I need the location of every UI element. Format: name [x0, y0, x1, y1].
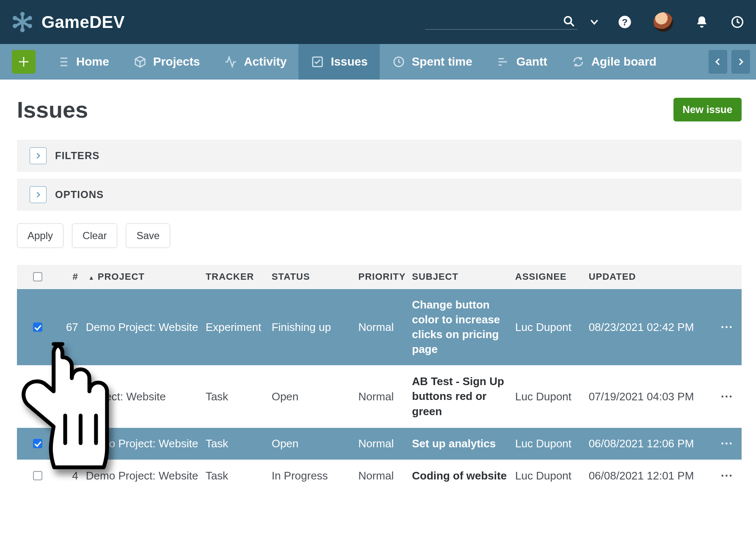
cell-subject[interactable]: AB Test - Sign Up buttons red or green [412, 374, 515, 419]
cell-tracker: Task [206, 390, 272, 403]
main-nav: Home Projects Activity Issues Spent time… [0, 44, 756, 80]
chevron-down-icon[interactable] [588, 15, 601, 29]
cell-project[interactable]: Demo Project: Website [86, 469, 206, 482]
brand[interactable]: GameDEV [12, 11, 125, 33]
col-assignee[interactable]: ASSIGNEE [515, 271, 589, 282]
row-menu-icon[interactable]: ··· [717, 390, 733, 403]
apply-button[interactable]: Apply [17, 223, 63, 248]
svg-point-9 [565, 17, 571, 24]
table-row[interactable]: 6Demo Project: WebsiteTaskOpenNormalSet … [17, 427, 742, 460]
cell-assignee[interactable]: Luc Dupont [515, 437, 589, 450]
table-row[interactable]: 67Demo Project: WebsiteExperimentFinishi… [17, 289, 742, 365]
row-checkbox[interactable] [33, 471, 42, 480]
nav-issues[interactable]: Issues [298, 44, 379, 80]
cell-updated: 06/08/2021 12:01 PM [589, 469, 717, 482]
cell-priority: Normal [358, 390, 412, 403]
help-icon[interactable]: ? [618, 15, 632, 29]
cell-updated: 08/23/2021 02:42 PM [589, 321, 717, 334]
cube-icon [133, 55, 147, 69]
chevron-right-icon[interactable] [30, 147, 47, 164]
cell-tracker: Experiment [206, 321, 272, 334]
nav-spent-time[interactable]: Spent time [380, 44, 484, 80]
cell-id: 67 [50, 321, 86, 334]
table-row[interactable]: Project: WebsiteTaskOpenNormalAB Test - … [17, 365, 742, 427]
row-checkbox[interactable] [33, 392, 42, 401]
cell-priority: Normal [358, 469, 412, 482]
cell-project[interactable]: Demo Project: Website [86, 321, 206, 334]
cell-assignee[interactable]: Luc Dupont [515, 321, 589, 334]
nav-scroll-left[interactable] [709, 50, 727, 74]
new-issue-button[interactable]: New issue [673, 98, 742, 121]
cell-status: Finishing up [272, 321, 359, 334]
col-project[interactable]: ▲ PROJECT [86, 271, 206, 282]
nav-agile-board[interactable]: Agile board [559, 44, 668, 80]
clear-button[interactable]: Clear [72, 223, 117, 248]
row-menu-icon[interactable]: ··· [717, 437, 733, 450]
cell-updated: 07/19/2021 04:03 PM [589, 390, 717, 403]
search-input[interactable] [425, 14, 577, 30]
row-checkbox[interactable] [33, 439, 42, 448]
cell-id: 4 [50, 469, 86, 482]
sort-asc-icon: ▲ [88, 274, 95, 281]
table-row[interactable]: 4Demo Project: WebsiteTaskIn ProgressNor… [17, 460, 742, 492]
cell-priority: Normal [358, 321, 412, 334]
cell-status: In Progress [272, 469, 359, 482]
cell-subject[interactable]: Change button color to increase clicks o… [412, 298, 515, 357]
col-status[interactable]: STATUS [272, 271, 359, 282]
col-subject[interactable]: SUBJECT [412, 271, 515, 282]
avatar[interactable] [654, 12, 673, 32]
save-button[interactable]: Save [126, 223, 170, 248]
row-menu-icon[interactable]: ··· [717, 320, 733, 334]
cycle-icon [571, 55, 585, 69]
cell-project[interactable]: Demo Project: Website [86, 437, 206, 450]
clock-icon [392, 55, 406, 69]
select-all-checkbox[interactable] [33, 272, 42, 281]
main-content: Issues New issue FILTERS OPTIONS Apply C… [0, 80, 756, 492]
filters-panel[interactable]: FILTERS [17, 140, 742, 172]
nav-label: Spent time [412, 55, 472, 69]
clock-icon[interactable] [731, 15, 744, 29]
add-button[interactable] [12, 50, 36, 74]
nav-label: Projects [153, 55, 200, 69]
nav-home[interactable]: Home [44, 44, 121, 80]
col-tracker[interactable]: TRACKER [206, 271, 272, 282]
issues-table: # ▲ PROJECT TRACKER STATUS PRIORITY SUBJ… [17, 265, 742, 492]
cell-subject[interactable]: Coding of website [412, 468, 515, 483]
col-priority[interactable]: PRIORITY [358, 271, 412, 282]
list-icon [56, 55, 70, 69]
cell-status: Open [272, 390, 359, 403]
cell-tracker: Task [206, 469, 272, 482]
svg-line-10 [571, 23, 574, 26]
cell-subject[interactable]: Set up analytics [412, 436, 515, 451]
row-checkbox[interactable] [33, 322, 42, 332]
cell-tracker: Task [206, 437, 272, 450]
nav-label: Activity [244, 55, 287, 69]
nav-activity[interactable]: Activity [212, 44, 298, 80]
cell-project[interactable]: Project: Website [86, 390, 206, 403]
row-menu-icon[interactable]: ··· [717, 469, 733, 482]
nav-projects[interactable]: Projects [121, 44, 212, 80]
col-id[interactable]: # [50, 271, 86, 282]
col-updated[interactable]: UPDATED [589, 271, 717, 282]
asterisk-icon [12, 11, 33, 33]
cell-assignee[interactable]: Luc Dupont [515, 469, 589, 482]
nav-label: Gantt [516, 55, 547, 69]
nav-scroll-right[interactable] [731, 50, 750, 74]
chevron-right-icon[interactable] [30, 186, 47, 203]
activity-icon [223, 55, 238, 69]
search-icon [562, 14, 576, 28]
gantt-icon [496, 55, 510, 69]
filters-label: FILTERS [55, 150, 99, 162]
cell-status: Open [272, 437, 359, 450]
options-label: OPTIONS [55, 189, 104, 201]
cell-updated: 06/08/2021 12:06 PM [589, 437, 717, 450]
table-header: # ▲ PROJECT TRACKER STATUS PRIORITY SUBJ… [17, 265, 742, 289]
options-panel[interactable]: OPTIONS [17, 179, 742, 211]
cell-assignee[interactable]: Luc Dupont [515, 390, 589, 403]
bell-icon[interactable] [695, 15, 709, 29]
svg-text:?: ? [622, 17, 628, 28]
cell-id: 6 [50, 437, 86, 450]
nav-label: Home [76, 55, 109, 69]
nav-gantt[interactable]: Gantt [484, 44, 559, 80]
nav-label: Issues [331, 55, 367, 69]
